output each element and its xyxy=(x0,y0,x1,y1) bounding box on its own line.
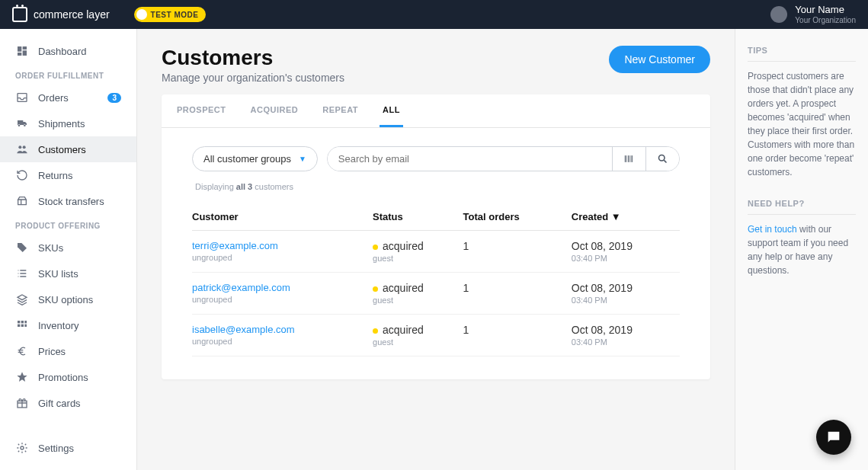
sidebar-item-prices[interactable]: Prices xyxy=(0,338,136,364)
sidebar-item-customers[interactable]: Customers xyxy=(0,136,136,162)
svg-rect-15 xyxy=(632,155,633,162)
customer-email[interactable]: isabelle@example.com xyxy=(192,324,373,335)
svg-rect-8 xyxy=(24,325,27,327)
list-icon xyxy=(15,267,29,280)
sidebar-item-label: Promotions xyxy=(38,372,88,383)
sidebar-item-label: Prices xyxy=(38,346,66,357)
sidebar-item-label: Shipments xyxy=(38,118,85,129)
sidebar-item-sku-options[interactable]: SKU options xyxy=(0,286,136,312)
sidebar-item-returns[interactable]: Returns xyxy=(0,162,136,188)
tab-all[interactable]: ALL xyxy=(380,94,403,127)
svg-rect-14 xyxy=(630,155,631,162)
col-total-orders[interactable]: Total orders xyxy=(463,211,572,222)
sidebar-item-dashboard[interactable]: Dashboard xyxy=(0,38,136,64)
status-dot-icon xyxy=(373,245,378,250)
sidebar-item-settings[interactable]: Settings xyxy=(0,435,136,461)
tips-body: Prospect customers are those that didn't… xyxy=(748,69,856,179)
user-menu[interactable]: Your Name Your Organization xyxy=(770,5,856,24)
gear-icon xyxy=(15,441,29,455)
gift-icon xyxy=(15,396,29,410)
customer-group-select[interactable]: All customer groups ▼ xyxy=(192,146,318,171)
customer-orders: 1 xyxy=(463,324,572,336)
brand-logo[interactable]: commerce layer xyxy=(12,7,110,22)
tips-title: TIPS xyxy=(748,46,856,62)
svg-rect-5 xyxy=(24,321,27,323)
sidebar-item-label: Inventory xyxy=(38,320,78,331)
customer-group: ungrouped xyxy=(192,295,373,304)
table-row[interactable]: patrick@example.comungroupedacquiredgues… xyxy=(192,273,680,315)
sidebar-item-label: Gift cards xyxy=(38,398,81,409)
logo-icon xyxy=(12,7,27,22)
customer-email[interactable]: terri@example.com xyxy=(192,240,373,251)
test-mode-toggle[interactable]: TEST MODE xyxy=(134,7,207,22)
sidebar-item-label: Dashboard xyxy=(38,46,87,57)
sidebar-section-order: ORDER FULFILLMENT xyxy=(0,64,136,85)
grid-icon xyxy=(15,318,29,332)
sidebar-item-skus[interactable]: SKUs xyxy=(0,235,136,261)
page-title: Customers xyxy=(162,46,344,70)
svg-point-1 xyxy=(18,145,21,149)
table-row[interactable]: terri@example.comungroupedacquiredguest1… xyxy=(192,231,680,273)
customer-role: guest xyxy=(373,296,463,305)
sidebar: Dashboard ORDER FULFILLMENT Orders 3 Shi… xyxy=(0,29,137,470)
tab-repeat[interactable]: REPEAT xyxy=(319,94,361,127)
group-select-label: All customer groups xyxy=(203,153,291,165)
sidebar-item-orders[interactable]: Orders 3 xyxy=(0,85,136,110)
orders-badge: 3 xyxy=(107,93,121,103)
sidebar-item-label: SKU lists xyxy=(38,268,78,280)
created-time: 03:40 PM xyxy=(572,337,680,347)
sidebar-section-product: PRODUCT OFFERING xyxy=(0,214,136,235)
svg-point-2 xyxy=(23,145,26,149)
svg-rect-3 xyxy=(18,321,20,323)
transfer-icon xyxy=(15,194,29,208)
get-in-touch-link[interactable]: Get in touch xyxy=(748,224,797,235)
sidebar-item-gift-cards[interactable]: Gift cards xyxy=(0,390,136,416)
created-time: 03:40 PM xyxy=(572,296,680,305)
customer-status: acquired xyxy=(373,282,463,294)
created-date: Oct 08, 2019 xyxy=(572,240,680,252)
created-date: Oct 08, 2019 xyxy=(572,324,680,336)
inbox-icon xyxy=(15,91,29,104)
customer-role: guest xyxy=(373,337,463,347)
svg-rect-7 xyxy=(21,325,24,327)
page-subtitle: Manage your organization's customers xyxy=(162,72,344,84)
sidebar-item-sku-lists[interactable]: SKU lists xyxy=(0,261,136,286)
tab-prospect[interactable]: PROSPECT xyxy=(174,94,229,127)
brand-text: commerce layer xyxy=(34,8,110,21)
svg-point-10 xyxy=(21,446,24,449)
barcode-button[interactable] xyxy=(612,147,645,171)
user-org: Your Organization xyxy=(795,16,856,24)
chat-icon xyxy=(825,429,842,446)
col-status[interactable]: Status xyxy=(373,211,463,222)
table-row[interactable]: isabelle@example.comungroupedacquiredgue… xyxy=(192,315,680,356)
svg-rect-6 xyxy=(18,325,20,327)
refresh-icon xyxy=(15,168,29,182)
euro-icon xyxy=(15,344,29,358)
stack-icon xyxy=(15,293,29,306)
sidebar-item-label: SKUs xyxy=(38,242,63,254)
col-customer[interactable]: Customer xyxy=(192,211,373,222)
sidebar-item-label: Stock transfers xyxy=(38,196,104,207)
sidebar-item-shipments[interactable]: Shipments xyxy=(0,110,136,136)
chat-widget-button[interactable] xyxy=(816,420,851,455)
sidebar-item-inventory[interactable]: Inventory xyxy=(0,312,136,338)
top-bar: commerce layer TEST MODE Your Name Your … xyxy=(0,0,868,29)
dashboard-icon xyxy=(15,44,29,58)
star-icon xyxy=(15,370,29,384)
svg-point-16 xyxy=(659,155,665,161)
toggle-knob-icon xyxy=(136,9,147,20)
new-customer-button[interactable]: New Customer xyxy=(609,46,710,73)
sidebar-item-promotions[interactable]: Promotions xyxy=(0,364,136,390)
search-input[interactable] xyxy=(328,147,612,171)
search-button[interactable] xyxy=(645,147,679,171)
col-created[interactable]: Created ▼ xyxy=(572,211,680,222)
customer-email[interactable]: patrick@example.com xyxy=(192,282,373,293)
customer-group: ungrouped xyxy=(192,337,373,346)
sidebar-item-stock-transfers[interactable]: Stock transfers xyxy=(0,188,136,214)
status-dot-icon xyxy=(373,286,378,292)
svg-rect-12 xyxy=(626,155,627,162)
created-date: Oct 08, 2019 xyxy=(572,282,680,294)
user-name: Your Name xyxy=(795,5,856,15)
tab-acquired[interactable]: ACQUIRED xyxy=(248,94,302,127)
customer-orders: 1 xyxy=(463,282,572,294)
